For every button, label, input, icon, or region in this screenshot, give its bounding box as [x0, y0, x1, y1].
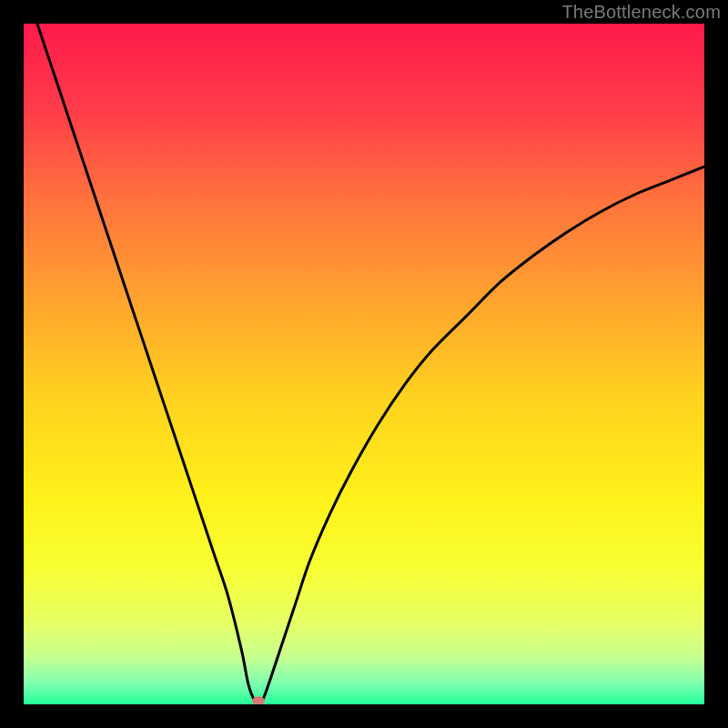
plot-area: [24, 24, 704, 704]
chart-frame: TheBottleneck.com: [0, 0, 728, 728]
watermark-text: TheBottleneck.com: [561, 2, 721, 23]
gradient-background: [24, 24, 704, 704]
plot-svg: [24, 24, 704, 704]
